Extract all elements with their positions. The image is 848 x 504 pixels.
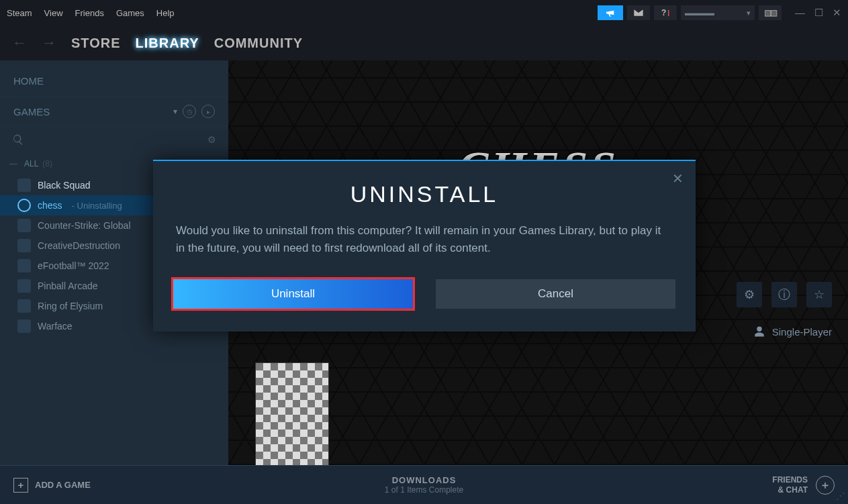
- sidebar-home[interactable]: HOME: [0, 66, 228, 97]
- game-icon: [17, 219, 31, 232]
- maximize-button[interactable]: ☐: [814, 7, 823, 19]
- chevron-down-icon: ▾: [747, 9, 751, 17]
- menu-steam[interactable]: Steam: [7, 8, 32, 18]
- game-label: Ring of Elysium: [38, 301, 103, 311]
- sidebar-games-header[interactable]: GAMES ▾ ◷ ▸: [0, 97, 228, 127]
- close-button[interactable]: ✕: [833, 7, 841, 19]
- downloads-title: DOWNLOADS: [385, 475, 463, 485]
- uninstall-dialog: ✕ UNINSTALL Would you like to uninstall …: [153, 160, 696, 332]
- add-game-button[interactable]: + ADD A GAME: [13, 478, 91, 493]
- category-label: ALL: [24, 159, 38, 168]
- person-icon: [753, 325, 765, 338]
- nav-forward[interactable]: →: [42, 34, 56, 52]
- filter-icon[interactable]: ⚙: [207, 134, 216, 145]
- game-label: Pinball Arcade: [38, 281, 98, 291]
- game-icon: [17, 179, 31, 192]
- game-icon: [17, 319, 31, 333]
- game-tag-label: Single-Player: [772, 326, 832, 338]
- resize-grip[interactable]: ⋰: [836, 491, 845, 501]
- nav-back[interactable]: ←: [12, 34, 27, 52]
- menu-friends[interactable]: Friends: [75, 8, 104, 18]
- minimize-button[interactable]: —: [795, 7, 805, 19]
- vr-button[interactable]: ▧▧: [759, 5, 782, 20]
- friends-label: FRIENDS & CHAT: [772, 475, 808, 495]
- dialog-buttons: Uninstall Cancel: [173, 279, 675, 309]
- menu-help[interactable]: Help: [156, 8, 175, 18]
- nav-community[interactable]: COMMUNITY: [214, 36, 303, 51]
- favorite-button[interactable]: ☆: [806, 282, 832, 307]
- dialog-close-button[interactable]: ✕: [672, 170, 684, 187]
- game-icon: [17, 239, 31, 252]
- settings-button[interactable]: ⚙: [737, 282, 762, 307]
- menu-games[interactable]: Games: [116, 8, 144, 18]
- game-status: - Uninstalling: [72, 201, 122, 211]
- plus-icon: +: [13, 478, 28, 493]
- downloads-subtitle: 1 of 1 Items Complete: [385, 485, 463, 495]
- bottom-bar: + ADD A GAME DOWNLOADS 1 of 1 Items Comp…: [0, 465, 848, 504]
- cancel-button[interactable]: Cancel: [436, 279, 675, 309]
- help-button[interactable]: ?|: [654, 5, 677, 20]
- add-game-label: ADD A GAME: [35, 480, 91, 490]
- search-icon: [12, 134, 24, 146]
- account-name: ▬▬▬▬: [685, 9, 714, 17]
- window-controls: — ☐ ✕: [795, 7, 841, 19]
- inbox-button[interactable]: [627, 5, 650, 20]
- account-dropdown[interactable]: ▬▬▬▬ ▾: [681, 5, 755, 20]
- game-label: Counter-Strike: Global: [38, 220, 131, 231]
- game-thumbnail[interactable]: [255, 362, 329, 466]
- game-icon: [17, 299, 31, 313]
- chat-icon: ＋: [816, 476, 835, 495]
- recent-icon[interactable]: ◷: [183, 105, 196, 118]
- star-icon: ☆: [814, 287, 825, 302]
- info-button[interactable]: ⓘ: [771, 282, 797, 307]
- downloads-status[interactable]: DOWNLOADS 1 of 1 Items Complete: [385, 475, 463, 495]
- info-icon: ⓘ: [778, 287, 790, 303]
- megaphone-icon: [605, 7, 616, 18]
- close-icon: ✕: [672, 171, 684, 186]
- nav-store[interactable]: STORE: [71, 36, 121, 51]
- primary-nav: ← → STORE LIBRARY COMMUNITY: [0, 26, 848, 60]
- menu-view[interactable]: View: [44, 8, 63, 18]
- friends-chat-button[interactable]: FRIENDS & CHAT ＋: [772, 475, 835, 495]
- play-next-icon[interactable]: ▸: [201, 105, 215, 118]
- mail-icon: [633, 7, 644, 18]
- game-icon: [17, 279, 31, 293]
- sidebar-search[interactable]: ⚙: [0, 127, 228, 152]
- game-icon: [17, 199, 31, 212]
- announcements-button[interactable]: [598, 5, 623, 20]
- game-icon: [17, 259, 31, 272]
- dialog-body: Would you like to uninstall from this co…: [173, 222, 675, 258]
- game-label: Warface: [38, 321, 73, 332]
- game-tag-row: Single-Player: [753, 325, 832, 338]
- titlebar-right: ?| ▬▬▬▬ ▾ ▧▧ — ☐ ✕: [598, 5, 841, 20]
- dialog-title: UNINSTALL: [173, 181, 675, 207]
- game-label: CreativeDestruction: [38, 240, 120, 251]
- uninstall-button[interactable]: Uninstall: [173, 279, 413, 309]
- game-label: eFootball™ 2022: [38, 260, 109, 271]
- chevron-down-icon: ▾: [173, 107, 177, 116]
- category-count: (8): [42, 159, 52, 168]
- game-action-icons: ⚙ ⓘ ☆: [737, 282, 832, 307]
- game-label: chess: [38, 200, 62, 211]
- gear-icon: ⚙: [744, 287, 755, 302]
- sidebar-games-label: GAMES: [13, 106, 50, 117]
- game-label: Black Squad: [38, 180, 91, 191]
- vr-icon: ▧▧: [764, 8, 776, 17]
- nav-library[interactable]: LIBRARY: [136, 36, 199, 51]
- titlebar: Steam View Friends Games Help ?| ▬▬▬▬ ▾ …: [0, 0, 848, 26]
